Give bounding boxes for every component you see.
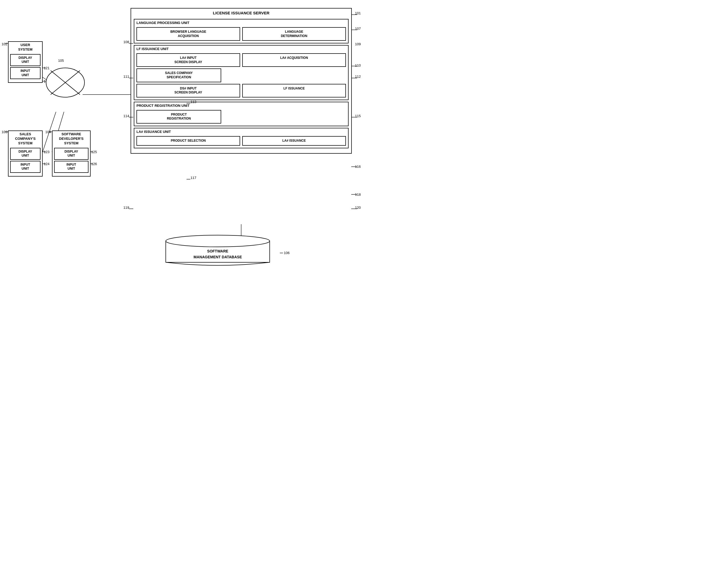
language-processing-row: BROWSER LANGUAGEACQUISITION LANGUAGEDETE… bbox=[134, 27, 348, 41]
dev-system: SOFTWAREDEVELOPER'SSYSTEM DISPLAYUNIT IN… bbox=[52, 130, 90, 176]
ref-119: 119 bbox=[123, 206, 129, 210]
product-registration-title: PRODUCT REGISTRATION UNIT bbox=[134, 102, 348, 109]
lf-row2: SALES COMPANYSPECIFICATION bbox=[134, 68, 348, 82]
product-registration-unit: PRODUCT REGISTRATION UNIT PRODUCTREGISTR… bbox=[134, 102, 348, 126]
user-system-title: USERSYSTEM bbox=[8, 42, 42, 53]
dev-display-unit: DISPLAYUNIT bbox=[54, 148, 88, 160]
ref-117: 117 bbox=[190, 176, 196, 180]
lf-row3: DS# INPUTSCREEN DISPLAY LF ISSUANCE bbox=[134, 84, 348, 98]
la-issuance-cell: LA# ISSUANCE bbox=[242, 136, 346, 146]
svg-point-33 bbox=[166, 235, 270, 247]
user-system: USERSYSTEM DISPLAYUNIT INPUTUNIT bbox=[8, 41, 43, 83]
lf-row1: LA# INPUTSCREEN DISPLAY LA# ACQUISITION bbox=[134, 53, 348, 67]
ref-125: 125 bbox=[91, 150, 97, 154]
language-processing-title: LANGUAGE PROCESSING UNIT bbox=[134, 19, 348, 26]
la-acquisition: LA# ACQUISITION bbox=[242, 53, 346, 67]
server-title: LICENSE ISSUANCE SERVER bbox=[131, 8, 351, 17]
database-svg: SOFTWARE MANAGEMENT DATABASE bbox=[165, 234, 282, 269]
dev-input-unit: INPUTUNIT bbox=[54, 161, 88, 173]
ref-108: 108 bbox=[123, 40, 129, 44]
ref-118: 118 bbox=[355, 192, 361, 196]
ref-102: 102 bbox=[2, 42, 7, 46]
ref-111: 111 bbox=[123, 75, 129, 79]
la-issuance-unit: LA# ISSUANCE UNIT PRODUCT SELECTION LA# … bbox=[134, 128, 348, 148]
la-issuance-row: PRODUCT SELECTION LA# ISSUANCE bbox=[134, 136, 348, 146]
diagram: USERSYSTEM DISPLAYUNIT INPUTUNIT 102 121… bbox=[0, 0, 363, 294]
ref-107: 107 bbox=[355, 27, 361, 30]
ref-104: 104 bbox=[45, 130, 51, 134]
ref-116: 116 bbox=[355, 165, 361, 169]
sales-system: SALESCOMPANY'SSYSTEM DISPLAYUNIT INPUTUN… bbox=[8, 130, 43, 176]
lf-issuance-title: LF ISSUANCE UNIT bbox=[134, 45, 348, 52]
user-input-unit: INPUTUNIT bbox=[10, 67, 41, 79]
product-selection: PRODUCT SELECTION bbox=[137, 136, 240, 146]
lf-issuance-cell: LF ISSUANCE bbox=[242, 84, 346, 98]
sales-system-title: SALESCOMPANY'SSYSTEM bbox=[8, 131, 42, 147]
svg-text:SOFTWARE: SOFTWARE bbox=[207, 249, 228, 253]
ref-110: 110 bbox=[355, 63, 361, 67]
ref-124: 124 bbox=[44, 162, 49, 166]
ref-105: 105 bbox=[58, 59, 64, 63]
la-issuance-title: LA# ISSUANCE UNIT bbox=[134, 128, 348, 135]
ref-109: 109 bbox=[355, 42, 361, 46]
ref-126: 126 bbox=[91, 162, 97, 166]
ref-114: 114 bbox=[123, 114, 129, 118]
license-server: LICENSE ISSUANCE SERVER LANGUAGE PROCESS… bbox=[130, 8, 352, 154]
browser-language-acquisition: BROWSER LANGUAGEACQUISITION bbox=[137, 27, 240, 41]
ds-input-screen-display: DS# INPUTSCREEN DISPLAY bbox=[137, 84, 240, 98]
ref-112: 112 bbox=[355, 75, 361, 79]
lf-issuance-unit: LF ISSUANCE UNIT LA# INPUTSCREEN DISPLAY… bbox=[134, 45, 348, 100]
ref-123: 123 bbox=[44, 150, 49, 154]
la-input-screen-display: LA# INPUTSCREEN DISPLAY bbox=[137, 53, 240, 67]
product-reg-row: PRODUCTREGISTRATION bbox=[134, 110, 348, 124]
ref-106: 106 bbox=[284, 251, 290, 255]
sales-company-specification: SALES COMPANYSPECIFICATION bbox=[137, 68, 221, 82]
language-determination: LANGUAGEDETERMINATION bbox=[242, 27, 346, 41]
svg-text:MANAGEMENT DATABASE: MANAGEMENT DATABASE bbox=[194, 255, 242, 259]
user-display-unit: DISPLAYUNIT bbox=[10, 54, 41, 66]
ref-113: 113 bbox=[190, 100, 196, 104]
database-area: SOFTWARE MANAGEMENT DATABASE bbox=[165, 234, 282, 270]
ref-120: 120 bbox=[355, 206, 361, 210]
ref-101: 101 bbox=[355, 11, 361, 15]
product-registration-cell: PRODUCTREGISTRATION bbox=[137, 110, 221, 124]
dev-system-title: SOFTWAREDEVELOPER'SSYSTEM bbox=[53, 131, 90, 147]
network-ellipse bbox=[45, 63, 85, 103]
sales-input-unit: INPUTUNIT bbox=[10, 161, 41, 173]
ref-103: 103 bbox=[2, 130, 7, 134]
sales-display-unit: DISPLAYUNIT bbox=[10, 148, 41, 160]
language-processing-unit: LANGUAGE PROCESSING UNIT BROWSER LANGUAG… bbox=[134, 19, 348, 43]
ref-115: 115 bbox=[355, 114, 361, 118]
